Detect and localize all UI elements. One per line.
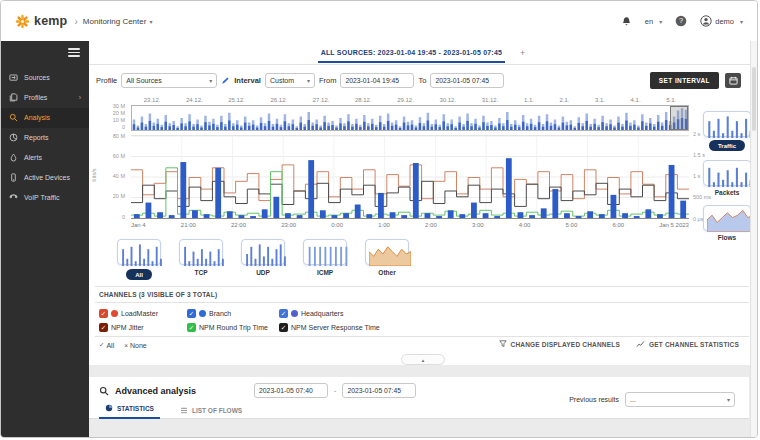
breadcrumb[interactable]: Monitoring Center — [83, 17, 147, 26]
main-chart[interactable] — [131, 135, 689, 219]
pie-chart-icon — [105, 404, 113, 412]
protocol-tcp-label[interactable]: TCP — [195, 269, 208, 276]
timeline-date-axis: 23.12.24.12.25.12.26.12.27.12.28.12.29.1… — [131, 97, 689, 103]
channel-npm-jitter[interactable]: ✓ NPM Jitter — [99, 323, 187, 332]
main-panel: ALL SOURCES: 2023-01-04 19:45 - 2023-01-… — [89, 41, 757, 437]
checkbox-checked-icon[interactable]: ✓ — [187, 309, 196, 318]
tab-all-sources[interactable]: ALL SOURCES: 2023-01-04 19:45 - 2023-01-… — [318, 42, 505, 63]
channel-color-dot — [291, 310, 298, 317]
protocol-all-label[interactable]: All — [126, 269, 152, 280]
submenu-chevron-icon: › — [79, 94, 81, 101]
checkbox-checked-icon[interactable]: ✓ — [279, 309, 288, 318]
add-tab-button[interactable]: + — [517, 48, 528, 58]
sidebar-item-analysis[interactable]: Analysis — [1, 108, 89, 128]
sidebar-item-active-devices[interactable]: Active Devices — [1, 168, 89, 188]
packets-view-label[interactable]: Packets — [715, 189, 740, 196]
timeline-overview-chart[interactable] — [131, 105, 689, 131]
funnel-icon — [499, 340, 507, 348]
protocol-all-chart[interactable] — [117, 239, 161, 265]
protocol-icmp-chart[interactable] — [303, 239, 347, 265]
language-selector[interactable]: en▾ — [645, 17, 662, 26]
main-chart-x-axis: Jan 421:0022:0023:000:001:002:003:004:00… — [131, 222, 689, 228]
advanced-to-input[interactable] — [342, 383, 416, 398]
from-datetime-input[interactable] — [340, 73, 414, 88]
tab-list-of-flows[interactable]: LIST OF FLOWS — [174, 403, 248, 419]
brand[interactable]: kemp — [15, 14, 67, 29]
protocol-udp-label[interactable]: UDP — [256, 269, 270, 276]
select-all-channels-link[interactable]: ✓ All — [99, 341, 114, 349]
sidebar: Sources Profiles › Analysis Reports Aler… — [1, 41, 89, 437]
protocol-other[interactable]: Other — [365, 239, 409, 289]
channel-headquarters[interactable]: ✓ Headquarters — [279, 309, 380, 318]
profile-label: Profile — [96, 76, 117, 85]
calendar-icon — [729, 76, 738, 85]
set-interval-button[interactable]: SET INTERVAL — [650, 72, 719, 89]
interval-select[interactable]: Custom▾ — [265, 73, 315, 88]
timeline-y-axis: 30 M20 M10 M0 — [89, 104, 127, 131]
protocol-other-label[interactable]: Other — [378, 269, 395, 276]
to-datetime-input[interactable] — [430, 73, 504, 88]
channel-npm-server-response-time[interactable]: ✓ NPM Server Response Time — [279, 323, 380, 332]
get-channel-statistics-button[interactable]: GET CHANNEL STATISTICS — [636, 340, 739, 348]
calendar-button[interactable] — [725, 73, 741, 88]
user-menu[interactable]: demo▾ — [700, 15, 743, 27]
advanced-analysis-title: Advanced analysis — [115, 386, 196, 396]
scrollbar[interactable] — [750, 41, 757, 437]
collapse-panel-button[interactable]: ▴ — [401, 354, 445, 365]
breadcrumb-caret-icon[interactable]: ▾ — [149, 18, 152, 25]
channel-loadmaster[interactable]: ✓ LoadMaster — [99, 309, 187, 318]
source-tabbar: ALL SOURCES: 2023-01-04 19:45 - 2023-01-… — [89, 41, 757, 65]
protocol-tcp-chart[interactable] — [179, 239, 223, 265]
tab-statistics[interactable]: STATISTICS — [99, 400, 160, 419]
flows-view-button[interactable] — [703, 205, 751, 231]
sidebar-toggle-icon[interactable] — [68, 48, 80, 59]
analysis-icon — [9, 113, 18, 122]
sidebar-item-voip-traffic[interactable]: VoIP Traffic — [1, 188, 89, 208]
protocol-tcp[interactable]: TCP — [179, 239, 223, 289]
svg-text:?: ? — [679, 16, 683, 25]
advanced-analysis-panel: Advanced analysis - STATISTICS LIST OF F… — [89, 377, 749, 419]
channel-branch[interactable]: ✓ Branch — [187, 309, 279, 318]
protocol-icmp[interactable]: ICMP — [303, 239, 347, 289]
bell-icon[interactable] — [621, 16, 632, 27]
topbar: kemp › Monitoring Center ▾ en▾ ? — [1, 1, 757, 41]
packets-view-button[interactable] — [703, 160, 751, 186]
help-icon[interactable]: ? — [675, 15, 687, 27]
sidebar-item-alerts[interactable]: Alerts — [1, 148, 89, 168]
checkbox-checked-icon[interactable]: ✓ — [187, 323, 196, 332]
checkbox-checked-icon[interactable]: ✓ — [99, 309, 108, 318]
channels-grid: ✓ LoadMaster ✓ Branch ✓ Headquarters ✓ N… — [99, 306, 380, 334]
channel-npm-round-trip-time[interactable]: ✓ NPM Round Trip Time — [187, 323, 279, 332]
active-devices-icon — [9, 173, 18, 182]
protocol-udp[interactable]: UDP — [241, 239, 285, 289]
previous-results-label: Previous results — [569, 396, 619, 403]
breadcrumb-separator: › — [74, 16, 77, 27]
select-none-channels-link[interactable]: × None — [124, 341, 147, 349]
filter-bar: Profile All Sources▾ Interval Custom▾ Fr… — [89, 65, 749, 95]
profile-select[interactable]: All Sources▾ — [121, 73, 217, 88]
view-switcher: Traffic Packets Flows — [700, 111, 754, 250]
advanced-from-input[interactable] — [254, 383, 328, 398]
scrollbar-thumb[interactable] — [752, 67, 756, 131]
sidebar-item-sources[interactable]: Sources — [1, 68, 89, 88]
reports-icon — [9, 133, 18, 142]
brand-name: kemp — [34, 14, 67, 28]
flows-view-label[interactable]: Flows — [718, 234, 736, 241]
traffic-view-label[interactable]: Traffic — [709, 140, 745, 151]
protocol-other-chart[interactable] — [365, 239, 409, 265]
timeline-selection-brush[interactable] — [670, 106, 688, 130]
checkbox-checked-icon[interactable]: ✓ — [279, 323, 288, 332]
main-chart-y-label: bits/s — [91, 160, 97, 190]
previous-results-select[interactable]: ...▾ — [625, 392, 735, 407]
checkbox-checked-icon[interactable]: ✓ — [99, 323, 108, 332]
protocol-icmp-label[interactable]: ICMP — [317, 269, 333, 276]
change-displayed-channels-button[interactable]: CHANGE DISPLAYED CHANNELS — [499, 340, 621, 348]
edit-profile-icon[interactable] — [221, 76, 230, 85]
select-caret-icon: ▾ — [209, 77, 212, 84]
traffic-view-button[interactable] — [703, 111, 751, 137]
protocol-switcher: All TCP UDP ICMP Other — [117, 239, 409, 289]
protocol-udp-chart[interactable] — [241, 239, 285, 265]
sidebar-item-reports[interactable]: Reports — [1, 128, 89, 148]
protocol-all[interactable]: All — [117, 239, 161, 289]
sidebar-item-profiles[interactable]: Profiles › — [1, 88, 89, 108]
